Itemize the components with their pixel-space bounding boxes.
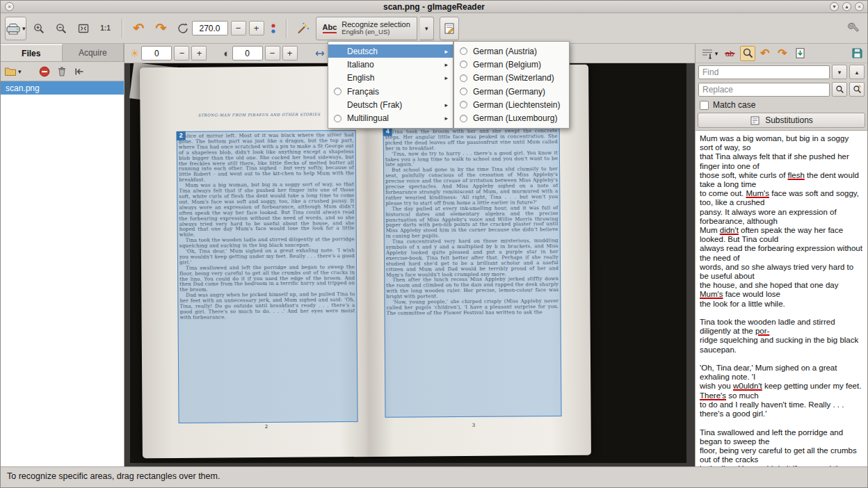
match-case-checkbox[interactable]: [700, 101, 709, 110]
output-panel: ▾ ab: [695, 44, 867, 466]
redo-icon: ↷: [778, 48, 787, 59]
left-page-number: 2: [265, 424, 268, 430]
find-replace-toggle-button[interactable]: [740, 46, 755, 61]
rotation-increase-button[interactable]: +: [249, 21, 264, 35]
contrast-input[interactable]: 0: [232, 46, 263, 60]
insert-text-icon: [701, 48, 714, 59]
rotate-right-button[interactable]: ↷: [152, 18, 171, 39]
add-images-button[interactable]: ▾: [4, 64, 22, 79]
window-close-icon[interactable]: ×: [855, 2, 864, 11]
submenu-arrow-icon: ▸: [444, 48, 448, 55]
file-row[interactable]: scan.png: [1, 81, 124, 95]
recognize-language-dropdown-button[interactable]: ▾: [420, 17, 434, 40]
menu-item-german-liechtenstein[interactable]: German (Liechtenstein): [454, 98, 569, 111]
delete-image-button[interactable]: [55, 64, 69, 79]
recognize-language-label: English (en_US): [341, 29, 389, 36]
insert-mode-button[interactable]: ▾: [698, 46, 721, 61]
brightness-increase-button[interactable]: +: [191, 46, 207, 60]
substitutions-button[interactable]: Substitutions: [698, 113, 865, 128]
replace-input[interactable]: [698, 83, 830, 97]
find-previous-button[interactable]: ▴: [849, 65, 865, 79]
redo-button[interactable]: ↷: [775, 46, 790, 61]
zoom-out-button[interactable]: [51, 18, 71, 39]
chevron-down-icon: ▾: [22, 25, 26, 32]
export-button[interactable]: [792, 46, 807, 61]
submenu-arrow-icon: ▸: [444, 101, 448, 108]
contrast-increase-button[interactable]: +: [282, 46, 298, 60]
tab-files[interactable]: Files: [1, 44, 63, 61]
submenu-arrow-icon: ▸: [444, 74, 448, 81]
radio-icon: [458, 47, 469, 55]
folder-open-icon: [4, 66, 17, 76]
chevron-down-icon: ▾: [18, 68, 22, 75]
rotate-right-icon: ↷: [156, 22, 167, 35]
find-row: ▾ ▴: [696, 63, 867, 81]
menu-item-deutsch[interactable]: Deutsch ▸: [328, 44, 453, 58]
rotation-decrease-button[interactable]: −: [231, 21, 246, 35]
replace-text-icon: ab: [724, 48, 737, 59]
save-icon: [851, 47, 863, 59]
main-toolbar: ▾: [1, 13, 867, 44]
menu-item-german-switzerland[interactable]: German (Switzerland): [454, 72, 569, 85]
contrast-decrease-button[interactable]: −: [265, 46, 280, 60]
recognize-labels: Recognize selection English (en_US): [341, 20, 410, 37]
match-case-row: Match case: [696, 98, 867, 112]
replace-all-button[interactable]: [849, 82, 865, 97]
menu-item-italiano[interactable]: Italiano ▸: [328, 58, 453, 71]
scanner-icon: [6, 22, 21, 35]
menu-item-german-belgium[interactable]: German (Belgium): [454, 58, 569, 71]
chevron-down-icon: ▾: [425, 25, 428, 32]
ocr-output-text[interactable]: Mum was a big woman, but big in a soggy …: [696, 130, 867, 466]
rotation-angle-input[interactable]: 270.0: [192, 21, 228, 35]
recognize-selection-button[interactable]: Abc Recognize selection English (en_US): [316, 17, 417, 40]
open-image-button[interactable]: ▾: [5, 17, 26, 40]
selection-rectangle[interactable]: 2: [177, 130, 358, 423]
window-menu-icon[interactable]: ×: [5, 2, 14, 11]
clear-list-button[interactable]: [72, 64, 86, 79]
menu-item-german-austria[interactable]: German (Austria): [454, 44, 569, 58]
toggle-output-pane-button[interactable]: [440, 17, 459, 40]
tab-acquire[interactable]: Acquire: [63, 44, 124, 61]
menu-item-multilingual[interactable]: Multilingual ▸: [328, 111, 453, 124]
zoom-fit-button[interactable]: [74, 18, 93, 39]
radio-icon: [458, 101, 469, 108]
autodetect-layout-button[interactable]: [294, 18, 313, 39]
right-page-number: 3: [472, 423, 476, 428]
settings-button[interactable]: [844, 18, 863, 39]
zoom-in-button[interactable]: [29, 18, 49, 39]
window-minimize-icon[interactable]: ▾: [830, 2, 839, 11]
zoom-original-icon: 1:1: [100, 24, 110, 32]
radio-icon: [458, 74, 469, 82]
chevron-down-icon: ▾: [715, 50, 718, 57]
substitution-mode-button[interactable]: ab: [723, 46, 738, 61]
replace-row: [696, 81, 867, 98]
files-toolbar: ▾: [1, 62, 124, 81]
save-output-button[interactable]: [849, 46, 865, 61]
menu-item-francais[interactable]: Français: [328, 85, 453, 98]
undo-button[interactable]: ↶: [757, 46, 773, 61]
selection-rectangle[interactable]: 4: [383, 126, 562, 418]
export-document-icon: [794, 47, 806, 59]
output-toolbar: ▾ ab: [696, 44, 867, 63]
rotate-left-button[interactable]: ↶: [129, 18, 149, 39]
menu-item-german-germany[interactable]: German (Germany): [454, 85, 569, 98]
find-input[interactable]: [698, 65, 830, 79]
selection-badge[interactable]: 2: [177, 131, 186, 140]
menu-item-deutsch-frak[interactable]: Deutsch (Frak) ▸: [328, 98, 453, 111]
brightness-input[interactable]: 0: [141, 46, 172, 60]
remove-image-button[interactable]: [38, 64, 51, 79]
statusbar: To recognize specific areas, drag rectan…: [1, 466, 867, 487]
radio-icon: [332, 88, 343, 95]
remove-circle-icon: [39, 66, 50, 77]
menu-item-german-luxembourg[interactable]: German (Luxembourg): [454, 111, 569, 124]
find-next-button[interactable]: ▾: [832, 65, 847, 79]
rotate-mode-icon: [270, 22, 277, 35]
menu-item-english[interactable]: English ▸: [328, 72, 453, 85]
zoom-out-icon: [55, 22, 67, 35]
brightness-decrease-button[interactable]: −: [174, 46, 189, 60]
replace-button[interactable]: [832, 82, 847, 97]
zoom-original-button[interactable]: 1:1: [96, 18, 115, 39]
rotate-mode-button[interactable]: [267, 18, 280, 39]
radio-icon: [458, 88, 469, 95]
window-maximize-icon[interactable]: ▴: [842, 2, 851, 11]
